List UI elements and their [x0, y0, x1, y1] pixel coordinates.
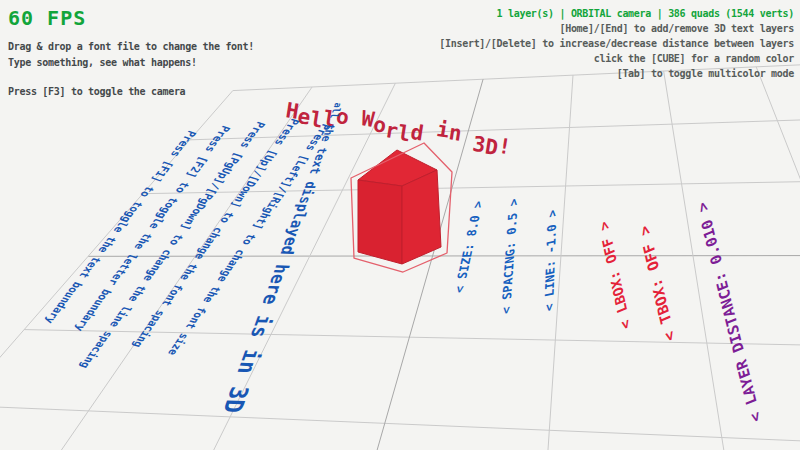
- cube-face[interactable]: [402, 170, 441, 264]
- hud-hint-drag-drop: Drag & drop a font file to change the fo…: [8, 39, 254, 55]
- hud-hint-camera: Press [F3] to toggle the camera: [8, 84, 254, 100]
- grid-line: [44, 87, 312, 450]
- hud-help-layers: [Home]/[End] to add/remove 3D text layer…: [439, 21, 794, 36]
- hud-left: 60 FPS Drag & drop a font file to change…: [8, 6, 254, 100]
- grid-line: [370, 79, 483, 450]
- hud-hint-type: Type something, see what happens!: [8, 55, 254, 71]
- grid-line: [24, 330, 800, 347]
- grid-line: [143, 180, 800, 194]
- grid-line: [546, 75, 573, 450]
- cube-face[interactable]: [358, 180, 402, 264]
- grid-line: [756, 67, 800, 450]
- grid-line: [664, 71, 728, 450]
- fps-counter: 60 FPS: [8, 6, 254, 30]
- hud-help-cube-color: click the [CUBE] for a random color: [439, 51, 794, 66]
- stats-bar: 1 layer(s) | ORBITAL camera | 386 quads …: [439, 6, 794, 21]
- cube[interactable]: [351, 143, 452, 272]
- grid-line: [0, 91, 233, 450]
- hud-help-layer-distance: [Insert]/[Delete] to increase/decrease d…: [439, 36, 794, 51]
- grid-line: [190, 117, 800, 140]
- grid-line: [0, 405, 800, 444]
- hud-help-multicolor: [Tab] to toggle multicolor mode: [439, 66, 794, 81]
- hud-right: 1 layer(s) | ORBITAL camera | 386 quads …: [439, 6, 794, 81]
